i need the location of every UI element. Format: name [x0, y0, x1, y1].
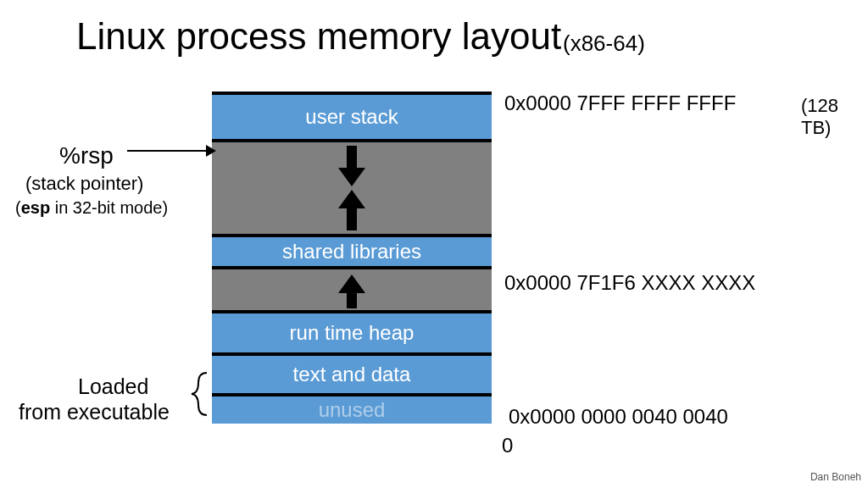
segment-label: shared libraries [282, 240, 421, 263]
address-text-start: 0x0000 0000 0040 0040 [509, 405, 728, 429]
segment-stack-heap-gap [212, 142, 492, 237]
segment-shared-libraries: shared libraries [212, 237, 492, 269]
segment-text-and-data: text and data [212, 356, 492, 396]
address-top: 0x0000 7FFF FFFF FFFF [504, 92, 736, 115]
address-zero: 0 [502, 434, 513, 458]
address-shared-libs: 0x0000 7F1F6 XXXX XXXX [504, 271, 755, 295]
segment-label: user stack [305, 105, 398, 129]
address-top-size: (128 TB) [801, 95, 868, 139]
attribution: Dan Boneh [810, 471, 861, 483]
curly-brace-icon [190, 371, 210, 417]
slide-subtitle: (x86-64) [563, 30, 645, 57]
segment-user-stack: user stack [212, 95, 492, 142]
rsp-label: %rsp [59, 142, 114, 169]
segment-label: unused [319, 398, 386, 422]
segment-unused: unused [212, 396, 492, 424]
segment-label: run time heap [290, 321, 415, 345]
memory-layout-diagram: user stack shared libraries run time hea… [212, 92, 492, 443]
segment-heap-growth-gap [212, 269, 492, 313]
rsp-arrow-line [127, 150, 208, 152]
rsp-subtitle-2: (esp in 32-bit mode) [15, 198, 168, 218]
loaded-label-line2: from executable [19, 400, 170, 424]
segment-runtime-heap: run time heap [212, 313, 492, 356]
segment-label: text and data [293, 363, 411, 386]
rsp-subtitle-1: (stack pointer) [25, 173, 143, 195]
slide-title: Linux process memory layout [76, 15, 561, 58]
rsp-arrow-head-icon [206, 145, 216, 157]
loaded-label-line1: Loaded [78, 374, 148, 399]
